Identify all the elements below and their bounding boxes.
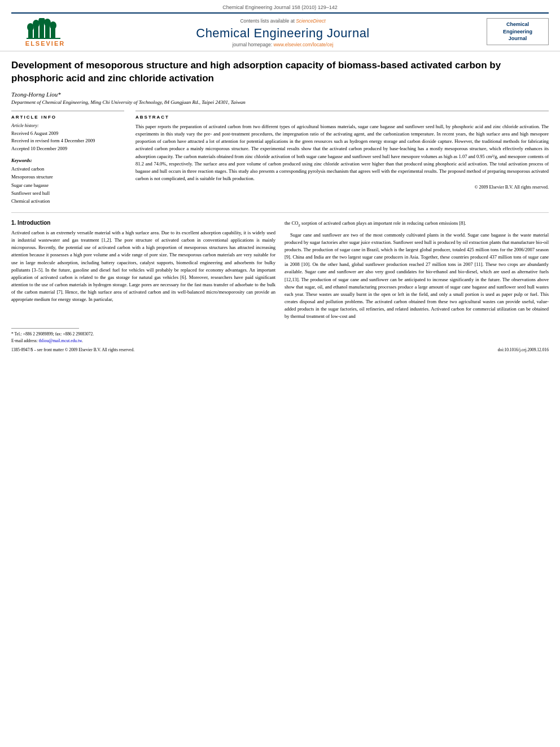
abstract-label: ABSTRACT bbox=[135, 115, 549, 120]
footer-bottom: 1385-8947/$ – see front matter © 2009 El… bbox=[0, 345, 560, 352]
article-content: Development of mesoporous structure and … bbox=[0, 51, 560, 324]
intro-col2-para-1: the CO2 sorption of activated carbon pla… bbox=[285, 220, 549, 229]
article-title: Development of mesoporous structure and … bbox=[11, 59, 549, 85]
article-info-right: ABSTRACT This paper reports the preparat… bbox=[135, 111, 549, 206]
sciencedirect-link[interactable]: ScienceDirect bbox=[296, 18, 325, 24]
footnote-divider bbox=[11, 328, 79, 329]
svg-rect-1 bbox=[34, 26, 38, 38]
elsevier-tree-icon bbox=[25, 18, 65, 40]
svg-rect-4 bbox=[51, 28, 55, 38]
intro-para-1: Activated carbon is an extremely versati… bbox=[11, 229, 275, 304]
intro-col1-text: Activated carbon is an extremely versati… bbox=[11, 229, 275, 304]
homepage-link[interactable]: www.elsevier.com/locate/cej bbox=[273, 42, 333, 47]
body-col-right: the CO2 sorption of activated carbon pla… bbox=[285, 220, 549, 324]
header-area: ELSEVIER Contents lists available at Sci… bbox=[0, 14, 560, 51]
header-center: Contents lists available at ScienceDirec… bbox=[79, 18, 487, 47]
journal-reference: Chemical Engineering Journal 158 (2010) … bbox=[222, 5, 338, 10]
section-divider bbox=[11, 212, 549, 213]
history-item-1: Received 6 August 2009 bbox=[11, 130, 124, 138]
author-name: Tzong-Horng Liou* bbox=[11, 91, 549, 98]
keyword-mesoporous: Mesoporous structure bbox=[11, 173, 124, 181]
journal-title: Chemical Engineering Journal bbox=[85, 26, 481, 41]
body-col-left: 1. Introduction Activated carbon is an e… bbox=[11, 220, 275, 324]
svg-point-9 bbox=[50, 21, 56, 29]
keyword-chemical: Chemical activation bbox=[11, 197, 124, 205]
footnotes-area: * Tel.: +886 2 29089899; fax: +886 2 290… bbox=[0, 331, 560, 346]
two-col-info: ARTICLE INFO Article history: Received 6… bbox=[11, 111, 549, 206]
email-link[interactable]: thliou@mail.mcut.edu.tw bbox=[39, 338, 82, 343]
keyword-activated-carbon: Activated carbon bbox=[11, 165, 124, 173]
introduction-heading: 1. Introduction bbox=[11, 220, 275, 226]
journal-top-line: Chemical Engineering Journal 158 (2010) … bbox=[0, 0, 560, 12]
abstract-text: This paper reports the preparation of ac… bbox=[135, 123, 549, 182]
intro-col2-text: the CO2 sorption of activated carbon pla… bbox=[285, 220, 549, 321]
svg-rect-2 bbox=[40, 23, 44, 38]
copyright-line: © 2009 Elsevier B.V. All rights reserved… bbox=[135, 185, 549, 190]
journal-logo-box: ChemicalEngineeringJournal bbox=[487, 18, 549, 45]
svg-rect-3 bbox=[45, 25, 50, 38]
elsevier-text: ELSEVIER bbox=[25, 40, 65, 47]
footnote-email: E-mail address: thliou@mail.mcut.edu.tw. bbox=[11, 338, 549, 345]
header-left: ELSEVIER bbox=[11, 18, 79, 47]
article-history-label: Article history: bbox=[11, 123, 124, 128]
keywords-label: Keywords: bbox=[11, 158, 124, 163]
header-right: ChemicalEngineeringJournal bbox=[487, 18, 549, 45]
intro-col2-para-2: Sugar cane and sunflower are two of the … bbox=[285, 231, 549, 321]
body-two-col: 1. Introduction Activated carbon is an e… bbox=[11, 220, 549, 324]
logo-box-text: ChemicalEngineeringJournal bbox=[491, 21, 545, 42]
keyword-sugarcane: Sugar cane bagasse bbox=[11, 181, 124, 189]
footnote-tel: * Tel.: +886 2 29089899; fax: +886 2 290… bbox=[11, 331, 549, 338]
keyword-sunflower: Sunflower seed hull bbox=[11, 189, 124, 197]
footer-issn: 1385-8947/$ – see front matter © 2009 El… bbox=[11, 347, 134, 352]
footer-doi: doi:10.1016/j.cej.2009.12.016 bbox=[498, 347, 549, 352]
svg-rect-10 bbox=[27, 38, 60, 39]
page-wrapper: Chemical Engineering Journal 158 (2010) … bbox=[0, 0, 560, 369]
affiliation: Department of Chemical Engineering, Ming… bbox=[11, 99, 549, 105]
elsevier-logo-area: ELSEVIER bbox=[11, 18, 79, 47]
sciencedirect-line: Contents lists available at ScienceDirec… bbox=[85, 18, 481, 24]
article-info-left: ARTICLE INFO Article history: Received 6… bbox=[11, 111, 124, 206]
journal-homepage-line: journal homepage: www.elsevier.com/locat… bbox=[85, 42, 481, 47]
article-info-label: ARTICLE INFO bbox=[11, 115, 124, 120]
history-item-2: Received in revised form 4 December 2009 bbox=[11, 137, 124, 145]
history-item-3: Accepted 10 December 2009 bbox=[11, 145, 124, 153]
